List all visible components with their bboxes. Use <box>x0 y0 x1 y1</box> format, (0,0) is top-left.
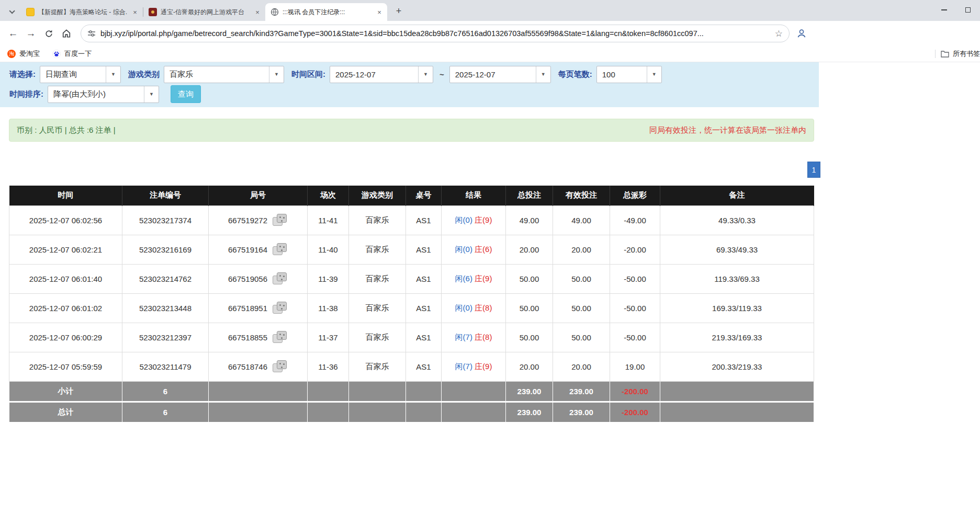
cell-valid-bet: 49.00 <box>553 205 610 235</box>
round-image-icon[interactable] <box>272 330 288 345</box>
minimize-icon <box>941 9 947 10</box>
cell-valid-bet: 50.00 <box>553 264 610 293</box>
cell-payout: -20.00 <box>610 235 660 264</box>
round-image-icon[interactable] <box>272 360 288 374</box>
filter-row-1: 请选择: 日期查询 ▼ 游戏类别 百家乐 ▼ 时间区间: 2025-12-07 … <box>9 64 819 84</box>
cell-total-bet-link[interactable]: 20.00 <box>506 235 553 264</box>
date-to-select[interactable]: 2025-12-07 ▼ <box>449 66 551 83</box>
query-button[interactable]: 查询 <box>171 85 201 103</box>
tab-tongbao[interactable]: 通宝-信誉最好的网上游戏平台 × <box>143 3 265 21</box>
tab-bet-records-active[interactable]: :::视讯 会员下注纪录::: × <box>265 3 387 21</box>
bookmark-star-icon[interactable]: ☆ <box>775 28 783 39</box>
dropdown-arrow-icon[interactable]: ▼ <box>536 66 550 83</box>
dropdown-arrow-icon[interactable]: ▼ <box>418 66 433 83</box>
tilde-separator: ~ <box>440 70 444 79</box>
cell-total-bet-link[interactable]: 49.00 <box>506 205 553 235</box>
dropdown-arrow-icon[interactable]: ▼ <box>269 66 284 83</box>
round-number: 667518746 <box>228 362 267 371</box>
round-image-icon[interactable] <box>272 301 288 315</box>
cell-time: 2025-12-07 06:01:40 <box>9 264 122 293</box>
dropdown-arrow-icon[interactable]: ▼ <box>106 66 120 83</box>
cell-time: 2025-12-07 06:02:21 <box>9 235 122 264</box>
subtotal-payout: -200.00 <box>610 381 660 402</box>
forward-button[interactable]: → <box>22 25 40 42</box>
cell-game-type: 百家乐 <box>349 352 406 381</box>
maximize-icon <box>965 7 971 13</box>
cell-total-bet-link[interactable]: 20.00 <box>506 352 553 381</box>
col-header-note: 备注 <box>660 186 814 205</box>
filter-panel: 请选择: 日期查询 ▼ 游戏类别 百家乐 ▼ 时间区间: 2025-12-07 … <box>0 62 819 107</box>
profile-button[interactable] <box>793 25 810 42</box>
page-size-select[interactable]: 100 ▼ <box>596 66 662 83</box>
maximize-button[interactable] <box>956 0 980 20</box>
result-banker: 庄(9) <box>475 215 492 224</box>
close-tab-icon[interactable]: × <box>131 8 139 16</box>
sort-value: 降幂(由大到小) <box>48 86 144 102</box>
table-header-row: 时间 注单编号 局号 场次 游戏类别 桌号 结果 总投注 有效投注 总派彩 备注 <box>9 186 814 205</box>
cell-bet-id: 523023212397 <box>122 323 209 352</box>
new-tab-button[interactable]: + <box>391 4 406 18</box>
empty-cell <box>209 381 308 402</box>
cell-table-no: AS1 <box>406 205 442 235</box>
cell-payout: -50.00 <box>610 293 660 323</box>
bet-records-table: 时间 注单编号 局号 场次 游戏类别 桌号 结果 总投注 有效投注 总派彩 备注… <box>9 186 814 422</box>
dropdown-arrow-icon[interactable]: ▼ <box>647 66 661 83</box>
cell-game-type: 百家乐 <box>349 323 406 352</box>
bookmark-aitaobao[interactable]: 淘 爱淘宝 <box>7 49 40 59</box>
game-type-value: 百家乐 <box>164 66 269 83</box>
cell-payout: -50.00 <box>610 264 660 293</box>
baidu-paw-icon <box>52 50 61 58</box>
minimize-button[interactable] <box>932 0 956 20</box>
empty-cell <box>349 402 406 422</box>
cell-total-bet-link[interactable]: 50.00 <box>506 264 553 293</box>
close-tab-icon[interactable]: × <box>253 8 262 16</box>
summary-bar: 币别 : 人民币 | 总共 :6 注单 | 同局有效投注，统一计算在该局第一张注… <box>9 119 814 142</box>
date-from-select[interactable]: 2025-12-07 ▼ <box>330 66 433 83</box>
round-image-icon[interactable] <box>272 243 288 257</box>
subtotal-count: 6 <box>122 381 209 402</box>
dropdown-arrow-icon[interactable]: ▼ <box>144 86 159 102</box>
game-type-select[interactable]: 百家乐 ▼ <box>164 66 284 83</box>
game-type-label: 游戏类别 <box>128 70 160 79</box>
round-number: 667518855 <box>228 333 267 342</box>
cell-time: 2025-12-07 05:59:59 <box>9 352 122 381</box>
cell-session: 11-36 <box>308 352 349 381</box>
home-button[interactable] <box>58 25 75 42</box>
site-info-icon[interactable] <box>87 29 96 38</box>
page-size-label: 每页笔数: <box>558 70 592 79</box>
page-content: 请选择: 日期查询 ▼ 游戏类别 百家乐 ▼ 时间区间: 2025-12-07 … <box>0 62 980 422</box>
query-type-select[interactable]: 日期查询 ▼ <box>40 66 121 83</box>
close-tab-icon[interactable]: × <box>375 8 384 16</box>
table-row: 2025-12-07 06:02:56 523023217374 6675192… <box>9 205 814 235</box>
cell-valid-bet: 20.00 <box>553 235 610 264</box>
all-bookmarks-button[interactable]: 所有书签 <box>941 49 980 59</box>
subtotal-total-bet: 239.00 <box>506 381 553 402</box>
sort-select[interactable]: 降幂(由大到小) ▼ <box>48 86 159 103</box>
address-bar[interactable]: bjbj.xyz/ipl/portal.php/game/betrecord_s… <box>81 25 790 42</box>
table-row: 2025-12-07 05:59:59 523023211479 6675187… <box>9 352 814 381</box>
cell-total-bet-link[interactable]: 50.00 <box>506 323 553 352</box>
cell-result: 闲(0) 庄(8) <box>442 293 506 323</box>
cell-bet-id: 523023211479 <box>122 352 209 381</box>
result-player: 闲(0) <box>455 215 472 224</box>
back-button[interactable]: ← <box>4 25 22 42</box>
table-row: 2025-12-07 06:00:29 523023212397 6675188… <box>9 323 814 352</box>
round-image-icon[interactable] <box>272 272 288 286</box>
cell-table-no: AS1 <box>406 293 442 323</box>
reload-button[interactable] <box>40 25 58 42</box>
total-label: 总计 <box>9 402 122 422</box>
reload-icon <box>44 29 53 38</box>
url-text: bjbj.xyz/ipl/portal.php/game/betrecord_s… <box>100 29 770 38</box>
cell-total-bet-link[interactable]: 50.00 <box>506 293 553 323</box>
page-number-1[interactable]: 1 <box>807 162 820 178</box>
bookmark-baidu[interactable]: 百度一下 <box>52 49 92 59</box>
round-image-icon[interactable] <box>272 213 288 227</box>
result-player: 闲(0) <box>455 245 472 254</box>
time-range-label: 时间区间: <box>291 70 325 79</box>
tab-search-button[interactable] <box>4 3 18 21</box>
cell-round: 667518855 <box>209 323 308 352</box>
tab-haiyan-forum[interactable]: 【新提醒】海燕策略论坛 - 综合... × <box>21 3 143 21</box>
cell-time: 2025-12-07 06:00:29 <box>9 323 122 352</box>
subtotal-label: 小计 <box>9 381 122 402</box>
empty-cell <box>209 402 308 422</box>
